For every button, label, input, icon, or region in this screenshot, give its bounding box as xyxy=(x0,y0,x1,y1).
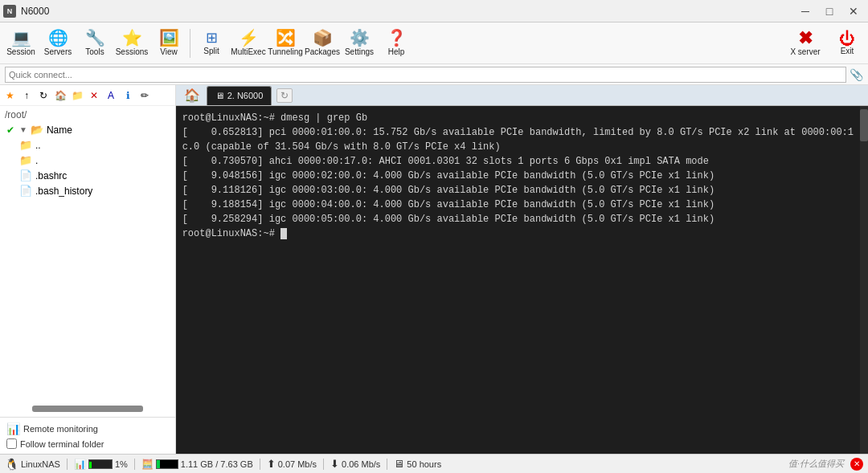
sidebar-root-label: /root/ xyxy=(0,108,175,122)
status-cpu: 📊 1% xyxy=(74,459,128,470)
mem-fill xyxy=(157,460,160,468)
toolbar-tunneling-label: Tunneling xyxy=(268,47,303,56)
sidebar-btn-pencil[interactable]: ✏ xyxy=(137,88,153,104)
sidebar-tree-item-root[interactable]: ✔ ▼ 📂 Name xyxy=(0,122,175,137)
toolbar-servers[interactable]: 🌐 Servers xyxy=(40,24,76,63)
cpu-icon: 📊 xyxy=(74,459,86,470)
status-memory: 🧮 1.11 GB / 7.63 GB xyxy=(141,459,253,470)
terminal-cursor xyxy=(280,228,287,239)
toolbar-help-label: Help xyxy=(388,47,405,56)
toolbar-split-label: Split xyxy=(203,47,219,55)
hostname-label: LinuxNAS xyxy=(21,459,60,469)
sessions-icon: ⭐ xyxy=(122,30,142,46)
toolbar-multiexec-label: MultiExec xyxy=(231,47,265,56)
toolbar-view-label: View xyxy=(160,47,178,56)
tab-refresh-button[interactable]: ↻ xyxy=(276,88,293,103)
sidebar-bottom: 📊 Remote monitoring Follow terminal fold… xyxy=(0,417,175,454)
toolbar-view[interactable]: 🖼️ View xyxy=(151,24,186,63)
maximize-button[interactable]: □ xyxy=(818,3,841,19)
sidebar-tree-item-bashrc[interactable]: 📄 .bashrc xyxy=(0,168,175,183)
sidebar-item-dotdot: .. xyxy=(35,140,41,151)
titlebar-title: N6000 xyxy=(21,6,49,17)
status-hostname: 🐧 LinuxNAS xyxy=(5,458,60,471)
toolbar-sessions[interactable]: ⭐ Sessions xyxy=(114,24,149,63)
close-button[interactable]: ✕ xyxy=(842,3,865,19)
linux-icon: 🐧 xyxy=(5,458,18,471)
minimize-button[interactable]: ─ xyxy=(794,3,817,19)
sidebar-btn-home[interactable]: 🏠 xyxy=(52,88,68,104)
uptime-label: 50 hours xyxy=(407,459,441,469)
exit-label: Exit xyxy=(841,47,854,55)
toolbar-split[interactable]: ⊞ Split xyxy=(194,24,229,63)
exit-button[interactable]: ⏻ Exit xyxy=(829,31,865,55)
quickconnect-input[interactable] xyxy=(5,67,846,83)
status-divider-2 xyxy=(134,459,135,470)
multiexec-icon: ⚡ xyxy=(239,30,259,46)
tab-home[interactable]: 🏠 xyxy=(179,86,205,104)
xserver-button[interactable]: ✖ X server xyxy=(784,30,826,56)
remote-monitoring-item[interactable]: 📊 Remote monitoring xyxy=(6,422,169,435)
toolbar-tools-label: Tools xyxy=(85,47,104,56)
toolbar-tunneling[interactable]: 🔀 Tunneling xyxy=(268,24,303,63)
toolbar-session[interactable]: 💻 Session xyxy=(3,24,39,63)
sidebar-btn-up[interactable]: ↑ xyxy=(18,88,35,104)
sidebar-btn-delete[interactable]: ✕ xyxy=(86,88,102,104)
monitor-icon: 📊 xyxy=(6,422,20,435)
error-button[interactable]: ✕ xyxy=(850,458,863,471)
download-icon: ⬇ xyxy=(330,458,339,470)
toolbar-packages[interactable]: 📦 Packages xyxy=(305,24,340,63)
tab-terminal[interactable]: 🖥 2. N6000 xyxy=(207,86,272,105)
xserver-label: X server xyxy=(790,47,820,56)
sidebar-scrollbar-thumb xyxy=(32,406,143,412)
sidebar-item-bash-history: .bash_history xyxy=(35,186,92,197)
sidebar-expand-icon: ▼ xyxy=(19,125,27,134)
terminal-line-6: [ 9.258294] igc 0000:05:00.0: 4.000 Gb/s… xyxy=(182,214,715,225)
quickconnect-bar: 📎 xyxy=(0,64,868,85)
toolbar-settings[interactable]: ⚙️ Settings xyxy=(342,24,377,63)
toolbar-multiexec[interactable]: ⚡ MultiExec xyxy=(231,24,266,63)
toolbar-help[interactable]: ❓ Help xyxy=(379,24,414,63)
terminal-area: 🏠 🖥 2. N6000 ↻ root@LinuxNAS:~# dmesg | … xyxy=(176,85,868,454)
sidebar-tree-item-bash-history[interactable]: 📄 .bash_history xyxy=(0,183,175,198)
memory-icon: 🧮 xyxy=(141,459,154,470)
sidebar-btn-refresh[interactable]: ↻ xyxy=(35,88,51,104)
cpu-bar xyxy=(88,459,113,469)
terminal-line-4: [ 9.118126] igc 0000:03:00.0: 4.000 Gb/s… xyxy=(182,185,715,196)
xserver-icon: ✖ xyxy=(798,30,813,47)
terminal-line-0: [ 0.652813] pci 0000:01:00.0: 15.752 Gb/… xyxy=(182,127,854,138)
toolbar-settings-label: Settings xyxy=(345,47,374,56)
upload-icon: ⬆ xyxy=(267,458,276,470)
app-icon: N xyxy=(3,5,16,18)
tab-label: 2. N6000 xyxy=(227,91,264,100)
follow-terminal-label: Follow terminal folder xyxy=(20,439,104,449)
terminal[interactable]: root@LinuxNAS:~# dmesg | grep Gb [ 0.652… xyxy=(176,106,860,454)
cpu-fill xyxy=(89,462,92,468)
servers-icon: 🌐 xyxy=(48,30,68,46)
help-icon: ❓ xyxy=(387,30,407,46)
titlebar: N N6000 ─ □ ✕ xyxy=(0,0,868,22)
follow-terminal-input[interactable] xyxy=(6,438,17,449)
sidebar-tree-item-dotdot[interactable]: 📁 .. xyxy=(0,137,175,153)
titlebar-controls: ─ □ ✕ xyxy=(794,3,865,19)
packages-icon: 📦 xyxy=(313,30,333,46)
sidebar-btn-rename[interactable]: A xyxy=(103,88,119,104)
titlebar-left: N N6000 xyxy=(3,5,49,18)
terminal-scrollbar-thumb[interactable] xyxy=(860,109,868,141)
sidebar-check-icon: ✔ xyxy=(6,124,14,136)
follow-terminal-checkbox[interactable]: Follow terminal folder xyxy=(6,438,169,449)
status-download: ⬇ 0.06 Mb/s xyxy=(330,458,380,470)
terminal-scrollbar[interactable] xyxy=(860,106,868,454)
attachment-icon: 📎 xyxy=(850,68,863,81)
sidebar-btn-info[interactable]: ℹ xyxy=(120,88,136,104)
sidebar-btn-newfolder[interactable]: 📁 xyxy=(69,88,85,104)
terminal-line-3: [ 9.048156] igc 0000:02:00.0: 4.000 Gb/s… xyxy=(182,170,715,181)
folder-icon-bash-history: 📄 xyxy=(19,185,32,197)
sidebar-tree-item-dot[interactable]: 📁 . xyxy=(0,153,175,168)
tabs-bar: 🏠 🖥 2. N6000 ↻ xyxy=(176,85,868,106)
toolbar-tools[interactable]: 🔧 Tools xyxy=(77,24,113,63)
mem-bar xyxy=(156,459,178,469)
terminal-prompt2: root@LinuxNAS:~# xyxy=(182,228,275,239)
sidebar-btn-star[interactable]: ★ xyxy=(2,88,18,104)
terminal-prompt1: root@LinuxNAS:~# xyxy=(182,112,275,124)
sidebar-item-name: Name xyxy=(47,124,72,136)
